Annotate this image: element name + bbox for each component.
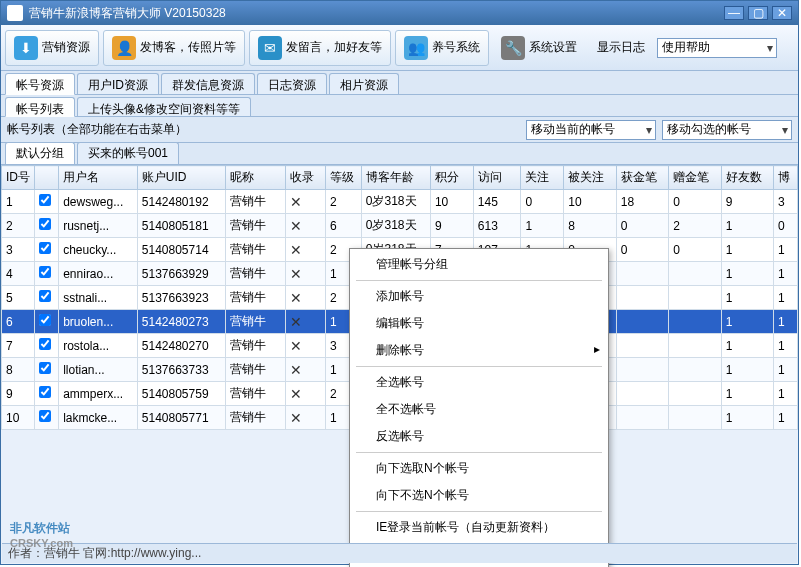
cell: 613 [473, 214, 521, 238]
cell: 营销牛 [226, 382, 286, 406]
cell: 营销牛 [226, 406, 286, 430]
maximize-button[interactable]: ▢ [748, 6, 768, 20]
people-icon: 👥 [404, 36, 428, 60]
context-item[interactable]: 删除帐号 [352, 337, 606, 364]
cell: ennirao... [59, 262, 138, 286]
main-tab-0[interactable]: 帐号资源 [5, 73, 75, 95]
row-checkbox[interactable] [39, 194, 51, 206]
close-button[interactable]: ✕ [772, 6, 792, 20]
row-checkbox[interactable] [39, 386, 51, 398]
row-checkbox[interactable] [39, 290, 51, 302]
cell: ✕ [285, 190, 326, 214]
col-header[interactable]: 获金笔 [616, 166, 668, 190]
cell: 9 [721, 190, 773, 214]
maintain-label: 养号系统 [432, 39, 480, 56]
cell: 5137663923 [137, 286, 225, 310]
cell: 1 [721, 310, 773, 334]
cell: 5137663929 [137, 262, 225, 286]
context-item[interactable]: 管理帐号分组 [352, 251, 606, 278]
cell [616, 406, 668, 430]
box-icon: ⬇ [14, 36, 38, 60]
context-item[interactable]: 向下不选N个帐号 [352, 482, 606, 509]
window-title: 营销牛新浪博客营销大师 V20150328 [29, 5, 720, 22]
col-header[interactable]: 好友数 [721, 166, 773, 190]
cell [35, 358, 59, 382]
cell: ammperx... [59, 382, 138, 406]
row-checkbox[interactable] [39, 218, 51, 230]
maintain-button[interactable]: 👥养号系统 [395, 30, 489, 66]
x-icon: ✕ [290, 338, 302, 354]
col-header[interactable]: 访问 [473, 166, 521, 190]
col-header[interactable]: 积分 [430, 166, 473, 190]
cell: 18 [616, 190, 668, 214]
row-checkbox[interactable] [39, 314, 51, 326]
col-header[interactable]: 等级 [326, 166, 362, 190]
row-checkbox[interactable] [39, 362, 51, 374]
post-blog-button[interactable]: 👤发博客，传照片等 [103, 30, 245, 66]
cell: bruolen... [59, 310, 138, 334]
cell: 营销牛 [226, 190, 286, 214]
group-tab-0[interactable]: 默认分组 [5, 142, 75, 164]
col-header[interactable]: 用户名 [59, 166, 138, 190]
context-item[interactable]: 全不选帐号 [352, 396, 606, 423]
group-tab-1[interactable]: 买来的帐号001 [77, 142, 179, 164]
cell: 6 [326, 214, 362, 238]
resources-button[interactable]: ⬇营销资源 [5, 30, 99, 66]
cell: 营销牛 [226, 238, 286, 262]
cell: 10 [430, 190, 473, 214]
cell [35, 382, 59, 406]
context-item[interactable]: IE登录当前帐号（自动更新资料） [352, 514, 606, 541]
cell [35, 310, 59, 334]
cell: 1 [521, 214, 564, 238]
cell: 营销牛 [226, 310, 286, 334]
message-button[interactable]: ✉发留言，加好友等 [249, 30, 391, 66]
cell: 10 [564, 190, 616, 214]
col-header[interactable]: 收录 [285, 166, 326, 190]
settings-button[interactable]: 🔧系统设置 [493, 30, 585, 66]
context-separator [356, 511, 602, 512]
show-log-button[interactable]: 显示日志 [589, 30, 653, 66]
main-tab-4[interactable]: 相片资源 [329, 73, 399, 94]
col-header[interactable]: 赠金笔 [669, 166, 721, 190]
sub-tab-0[interactable]: 帐号列表 [5, 97, 75, 117]
main-tabs: 帐号资源用户ID资源群发信息资源日志资源相片资源 [1, 71, 798, 95]
row-checkbox[interactable] [39, 266, 51, 278]
col-header[interactable]: 博 [774, 166, 798, 190]
context-item[interactable]: 添加帐号 [352, 283, 606, 310]
cell [669, 382, 721, 406]
cell: 1 [774, 406, 798, 430]
cell [669, 310, 721, 334]
table-row[interactable]: 1dewsweg...5142480192营销牛✕20岁318天10145010… [2, 190, 798, 214]
context-separator [356, 366, 602, 367]
context-item[interactable]: 编辑帐号 [352, 310, 606, 337]
col-header[interactable]: 被关注 [564, 166, 616, 190]
help-select[interactable]: 使用帮助 [657, 38, 777, 58]
main-tab-3[interactable]: 日志资源 [257, 73, 327, 94]
cell [616, 358, 668, 382]
context-item[interactable]: 反选帐号 [352, 423, 606, 450]
sub-tab-1[interactable]: 上传头像&修改空间资料等等 [77, 97, 251, 116]
col-header[interactable]: ID号 [2, 166, 35, 190]
cell: 1 [774, 358, 798, 382]
x-icon: ✕ [290, 314, 302, 330]
col-header[interactable]: 昵称 [226, 166, 286, 190]
minimize-button[interactable]: — [724, 6, 744, 20]
col-header[interactable]: 账户UID [137, 166, 225, 190]
list-header-bar: 帐号列表（全部功能在右击菜单） 移动当前的帐号 移动勾选的帐号 [1, 117, 798, 143]
main-tab-1[interactable]: 用户ID资源 [77, 73, 159, 94]
main-tab-2[interactable]: 群发信息资源 [161, 73, 255, 94]
move-current-select[interactable]: 移动当前的帐号 [526, 120, 656, 140]
table-row[interactable]: 2rusnetj...5140805181营销牛✕60岁318天96131802… [2, 214, 798, 238]
row-checkbox[interactable] [39, 242, 51, 254]
row-checkbox[interactable] [39, 338, 51, 350]
col-header[interactable] [35, 166, 59, 190]
context-item[interactable]: 全选帐号 [352, 369, 606, 396]
x-icon: ✕ [290, 266, 302, 282]
move-checked-select[interactable]: 移动勾选的帐号 [662, 120, 792, 140]
col-header[interactable]: 博客年龄 [361, 166, 430, 190]
row-checkbox[interactable] [39, 410, 51, 422]
col-header[interactable]: 关注 [521, 166, 564, 190]
cell: 5137663733 [137, 358, 225, 382]
context-item[interactable]: 向下选取N个帐号 [352, 455, 606, 482]
cell: 营销牛 [226, 214, 286, 238]
